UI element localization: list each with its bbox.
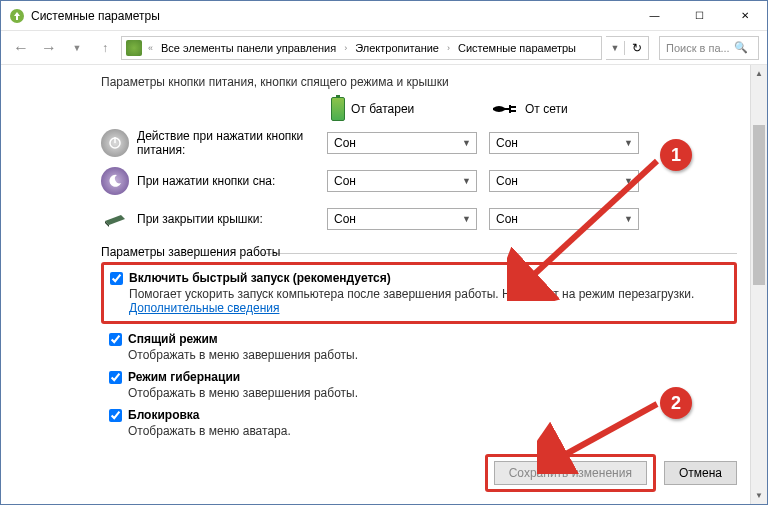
sleep-button-row: При нажатии кнопки сна: Сон▼ Сон▼ [101, 167, 737, 195]
fast-startup-desc: Помогает ускорить запуск компьютера посл… [129, 287, 728, 315]
cancel-button[interactable]: Отмена [664, 461, 737, 485]
sleep-desc: Отображать в меню завершения работы. [128, 348, 737, 362]
svg-rect-1 [511, 106, 516, 108]
sleep-checkbox[interactable] [109, 333, 122, 346]
moon-icon [101, 167, 129, 195]
forward-button[interactable]: → [37, 36, 61, 60]
lock-checkbox[interactable] [109, 409, 122, 422]
power-ac-select[interactable]: Сон [489, 132, 639, 154]
column-headers: От батареи От сети [101, 97, 737, 121]
scroll-down-button[interactable]: ▼ [751, 487, 767, 504]
sleep-label: Спящий режим [128, 332, 218, 346]
fast-startup-checkbox[interactable] [110, 272, 123, 285]
control-panel-icon [9, 8, 25, 24]
breadcrumb-item[interactable]: Системные параметры [454, 40, 580, 56]
save-button[interactable]: Сохранить изменения [494, 461, 647, 485]
breadcrumb[interactable]: « Все элементы панели управления › Элект… [121, 36, 602, 60]
maximize-button[interactable]: ☐ [677, 1, 722, 30]
lid-label: При закрытии крышки: [137, 212, 327, 226]
sleep-battery-select[interactable]: Сон [327, 170, 477, 192]
lock-option: Блокировка Отображать в меню аватара. [101, 408, 737, 438]
sleep-button-label: При нажатии кнопки сна: [137, 174, 327, 188]
annotation-box-1: Включить быстрый запуск (рекомендуется) … [101, 262, 737, 324]
window-controls: — ☐ ✕ [632, 1, 767, 30]
power-button-row: Действие при нажатии кнопки питания: Сон… [101, 129, 737, 157]
control-panel-icon [126, 40, 142, 56]
plug-icon [491, 102, 519, 116]
hibernate-checkbox[interactable] [109, 371, 122, 384]
titlebar: Системные параметры — ☐ ✕ [1, 1, 767, 31]
window: Системные параметры — ☐ ✕ ← → ▼ ↑ « Все … [0, 0, 768, 505]
annotation-box-2: Сохранить изменения [485, 454, 656, 492]
hibernate-desc: Отображать в меню завершения работы. [128, 386, 737, 400]
power-battery-select[interactable]: Сон [327, 132, 477, 154]
chevron-icon: › [445, 43, 452, 53]
vertical-scrollbar[interactable]: ▲ ▼ [750, 65, 767, 504]
power-button-label: Действие при нажатии кнопки питания: [137, 129, 327, 157]
search-placeholder: Поиск в па... [666, 42, 730, 54]
recent-dropdown[interactable]: ▼ [65, 36, 89, 60]
battery-column-header: От батареи [331, 97, 491, 121]
power-icon [101, 129, 129, 157]
search-input[interactable]: Поиск в па... 🔍 [659, 36, 759, 60]
button-row: Сохранить изменения Отмена [485, 454, 737, 492]
annotation-callout-1: 1 [660, 139, 692, 171]
minimize-button[interactable]: — [632, 1, 677, 30]
navbar: ← → ▼ ↑ « Все элементы панели управления… [1, 31, 767, 65]
refresh-button[interactable]: ↻ [624, 41, 648, 55]
hibernate-option: Режим гибернации Отображать в меню завер… [101, 370, 737, 400]
hibernate-label: Режим гибернации [128, 370, 240, 384]
lid-row: При закрытии крышки: Сон▼ Сон▼ [101, 205, 737, 233]
laptop-icon [101, 205, 129, 233]
breadcrumb-item[interactable]: Все элементы панели управления [157, 40, 340, 56]
chevron-icon: « [146, 43, 155, 53]
shutdown-section: Параметры завершения работы Включить быс… [101, 245, 737, 438]
ac-column-header: От сети [491, 102, 651, 116]
sleep-ac-select[interactable]: Сон [489, 170, 639, 192]
lock-desc: Отображать в меню аватара. [128, 424, 737, 438]
close-button[interactable]: ✕ [722, 1, 767, 30]
content: Параметры кнопки питания, кнопки спящего… [1, 65, 767, 456]
shutdown-section-title: Параметры завершения работы [101, 245, 737, 259]
window-title: Системные параметры [31, 9, 632, 23]
svg-rect-2 [511, 110, 516, 112]
annotation-callout-2: 2 [660, 387, 692, 419]
search-icon: 🔍 [734, 41, 748, 54]
lock-label: Блокировка [128, 408, 200, 422]
up-button[interactable]: ↑ [93, 36, 117, 60]
battery-icon [331, 97, 345, 121]
lid-battery-select[interactable]: Сон [327, 208, 477, 230]
sleep-option: Спящий режим Отображать в меню завершени… [101, 332, 737, 362]
scrollbar-thumb[interactable] [753, 125, 765, 285]
breadcrumb-item[interactable]: Электропитание [351, 40, 443, 56]
section-title: Параметры кнопки питания, кнопки спящего… [101, 75, 737, 89]
fast-startup-label: Включить быстрый запуск (рекомендуется) [129, 271, 391, 285]
chevron-icon: › [342, 43, 349, 53]
more-info-link[interactable]: Дополнительные сведения [129, 301, 279, 315]
address-dropdown[interactable]: ▼ [606, 43, 624, 53]
lid-ac-select[interactable]: Сон [489, 208, 639, 230]
back-button[interactable]: ← [9, 36, 33, 60]
scroll-up-button[interactable]: ▲ [751, 65, 767, 82]
